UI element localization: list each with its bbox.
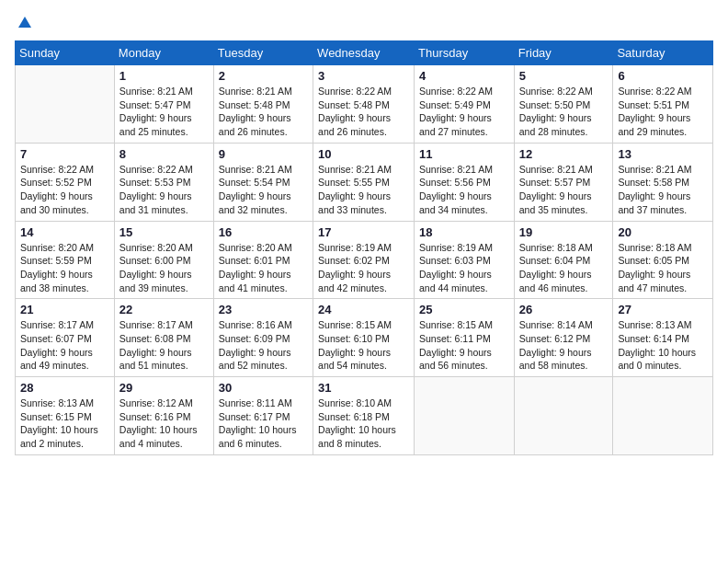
day-info: Sunrise: 8:17 AM Sunset: 6:07 PM Dayligh… (20, 318, 109, 373)
calendar-cell: 20Sunrise: 8:18 AM Sunset: 6:05 PM Dayli… (613, 221, 713, 299)
calendar-week-row: 7Sunrise: 8:22 AM Sunset: 5:52 PM Daylig… (16, 143, 713, 221)
header (15, 15, 713, 31)
calendar-table: SundayMondayTuesdayWednesdayThursdayFrid… (15, 40, 713, 455)
day-info: Sunrise: 8:20 AM Sunset: 5:59 PM Dayligh… (20, 241, 109, 295)
day-number: 17 (318, 225, 409, 239)
day-info: Sunrise: 8:20 AM Sunset: 6:00 PM Dayligh… (119, 241, 209, 295)
day-number: 3 (318, 69, 409, 83)
calendar-cell (415, 377, 515, 455)
day-info: Sunrise: 8:22 AM Sunset: 5:52 PM Dayligh… (20, 163, 109, 217)
day-info: Sunrise: 8:22 AM Sunset: 5:51 PM Dayligh… (618, 85, 708, 139)
day-info: Sunrise: 8:15 AM Sunset: 6:10 PM Dayligh… (318, 318, 409, 373)
calendar-cell: 29Sunrise: 8:12 AM Sunset: 6:16 PM Dayli… (114, 377, 213, 455)
calendar-cell: 13Sunrise: 8:21 AM Sunset: 5:58 PM Dayli… (613, 143, 713, 221)
calendar-cell: 2Sunrise: 8:21 AM Sunset: 5:48 PM Daylig… (213, 65, 313, 144)
day-number: 7 (20, 147, 109, 161)
column-header-monday: Monday (114, 41, 213, 65)
calendar-cell: 14Sunrise: 8:20 AM Sunset: 5:59 PM Dayli… (16, 221, 115, 299)
day-number: 8 (119, 147, 209, 161)
day-number: 26 (519, 303, 609, 316)
calendar-cell: 10Sunrise: 8:21 AM Sunset: 5:55 PM Dayli… (313, 143, 415, 221)
day-number: 19 (519, 225, 609, 239)
logo-icon (17, 15, 33, 31)
day-info: Sunrise: 8:11 AM Sunset: 6:17 PM Dayligh… (219, 396, 308, 451)
day-info: Sunrise: 8:19 AM Sunset: 6:02 PM Dayligh… (318, 241, 409, 295)
calendar-cell: 6Sunrise: 8:22 AM Sunset: 5:51 PM Daylig… (613, 65, 713, 144)
column-header-thursday: Thursday (415, 41, 515, 65)
day-number: 9 (219, 147, 308, 161)
day-info: Sunrise: 8:22 AM Sunset: 5:53 PM Dayligh… (119, 163, 209, 217)
day-info: Sunrise: 8:21 AM Sunset: 5:48 PM Dayligh… (219, 85, 308, 139)
calendar-cell: 12Sunrise: 8:21 AM Sunset: 5:57 PM Dayli… (514, 143, 613, 221)
day-info: Sunrise: 8:13 AM Sunset: 6:14 PM Dayligh… (618, 318, 708, 373)
day-info: Sunrise: 8:21 AM Sunset: 5:47 PM Dayligh… (119, 85, 209, 139)
day-number: 16 (219, 225, 308, 239)
day-number: 5 (519, 69, 609, 83)
day-number: 11 (419, 147, 509, 161)
day-info: Sunrise: 8:22 AM Sunset: 5:48 PM Dayligh… (318, 85, 409, 139)
day-info: Sunrise: 8:21 AM Sunset: 5:54 PM Dayligh… (219, 163, 308, 217)
calendar-cell: 8Sunrise: 8:22 AM Sunset: 5:53 PM Daylig… (114, 143, 213, 221)
day-info: Sunrise: 8:10 AM Sunset: 6:18 PM Dayligh… (318, 396, 409, 451)
day-info: Sunrise: 8:21 AM Sunset: 5:55 PM Dayligh… (318, 163, 409, 217)
day-number: 6 (618, 69, 708, 83)
day-number: 14 (20, 225, 109, 239)
day-number: 24 (318, 303, 409, 316)
day-info: Sunrise: 8:18 AM Sunset: 6:04 PM Dayligh… (519, 241, 609, 295)
calendar-cell: 1Sunrise: 8:21 AM Sunset: 5:47 PM Daylig… (114, 65, 213, 144)
day-info: Sunrise: 8:22 AM Sunset: 5:49 PM Dayligh… (419, 85, 509, 139)
day-info: Sunrise: 8:13 AM Sunset: 6:15 PM Dayligh… (20, 396, 109, 451)
calendar-cell: 24Sunrise: 8:15 AM Sunset: 6:10 PM Dayli… (313, 299, 415, 377)
column-header-wednesday: Wednesday (313, 41, 415, 65)
day-number: 10 (318, 147, 409, 161)
day-number: 20 (618, 225, 708, 239)
calendar-cell: 5Sunrise: 8:22 AM Sunset: 5:50 PM Daylig… (514, 65, 613, 144)
calendar-cell: 23Sunrise: 8:16 AM Sunset: 6:09 PM Dayli… (213, 299, 313, 377)
day-info: Sunrise: 8:15 AM Sunset: 6:11 PM Dayligh… (419, 318, 509, 373)
calendar-cell: 18Sunrise: 8:19 AM Sunset: 6:03 PM Dayli… (415, 221, 515, 299)
day-number: 22 (119, 303, 209, 316)
day-number: 18 (419, 225, 509, 239)
calendar-cell: 16Sunrise: 8:20 AM Sunset: 6:01 PM Dayli… (213, 221, 313, 299)
calendar-week-row: 14Sunrise: 8:20 AM Sunset: 5:59 PM Dayli… (16, 221, 713, 299)
day-number: 23 (219, 303, 308, 316)
calendar-cell (514, 377, 613, 455)
calendar-cell: 22Sunrise: 8:17 AM Sunset: 6:08 PM Dayli… (114, 299, 213, 377)
day-info: Sunrise: 8:21 AM Sunset: 5:56 PM Dayligh… (419, 163, 509, 217)
day-number: 25 (419, 303, 509, 316)
svg-marker-0 (18, 17, 31, 28)
column-header-sunday: Sunday (16, 41, 115, 65)
day-number: 30 (219, 381, 308, 395)
calendar-cell: 27Sunrise: 8:13 AM Sunset: 6:14 PM Dayli… (613, 299, 713, 377)
day-number: 27 (618, 303, 708, 316)
calendar-cell: 17Sunrise: 8:19 AM Sunset: 6:02 PM Dayli… (313, 221, 415, 299)
column-header-tuesday: Tuesday (213, 41, 313, 65)
calendar-week-row: 21Sunrise: 8:17 AM Sunset: 6:07 PM Dayli… (16, 299, 713, 377)
day-number: 1 (119, 69, 209, 83)
day-info: Sunrise: 8:22 AM Sunset: 5:50 PM Dayligh… (519, 85, 609, 139)
calendar-week-row: 1Sunrise: 8:21 AM Sunset: 5:47 PM Daylig… (16, 65, 713, 144)
calendar-cell: 3Sunrise: 8:22 AM Sunset: 5:48 PM Daylig… (313, 65, 415, 144)
calendar-cell (16, 65, 115, 144)
calendar-cell: 15Sunrise: 8:20 AM Sunset: 6:00 PM Dayli… (114, 221, 213, 299)
calendar-header-row: SundayMondayTuesdayWednesdayThursdayFrid… (16, 41, 713, 65)
calendar-cell (613, 377, 713, 455)
day-info: Sunrise: 8:16 AM Sunset: 6:09 PM Dayligh… (219, 318, 308, 373)
column-header-saturday: Saturday (613, 41, 713, 65)
calendar-cell: 25Sunrise: 8:15 AM Sunset: 6:11 PM Dayli… (415, 299, 515, 377)
day-info: Sunrise: 8:17 AM Sunset: 6:08 PM Dayligh… (119, 318, 209, 373)
calendar-container: SundayMondayTuesdayWednesdayThursdayFrid… (0, 0, 728, 563)
logo (15, 15, 33, 31)
day-info: Sunrise: 8:21 AM Sunset: 5:58 PM Dayligh… (618, 163, 708, 217)
day-info: Sunrise: 8:20 AM Sunset: 6:01 PM Dayligh… (219, 241, 308, 295)
day-info: Sunrise: 8:19 AM Sunset: 6:03 PM Dayligh… (419, 241, 509, 295)
day-info: Sunrise: 8:12 AM Sunset: 6:16 PM Dayligh… (119, 396, 209, 451)
calendar-cell: 7Sunrise: 8:22 AM Sunset: 5:52 PM Daylig… (16, 143, 115, 221)
calendar-cell: 26Sunrise: 8:14 AM Sunset: 6:12 PM Dayli… (514, 299, 613, 377)
calendar-cell: 30Sunrise: 8:11 AM Sunset: 6:17 PM Dayli… (213, 377, 313, 455)
day-info: Sunrise: 8:14 AM Sunset: 6:12 PM Dayligh… (519, 318, 609, 373)
day-number: 13 (618, 147, 708, 161)
day-number: 2 (219, 69, 308, 83)
day-number: 21 (20, 303, 109, 316)
calendar-cell: 11Sunrise: 8:21 AM Sunset: 5:56 PM Dayli… (415, 143, 515, 221)
